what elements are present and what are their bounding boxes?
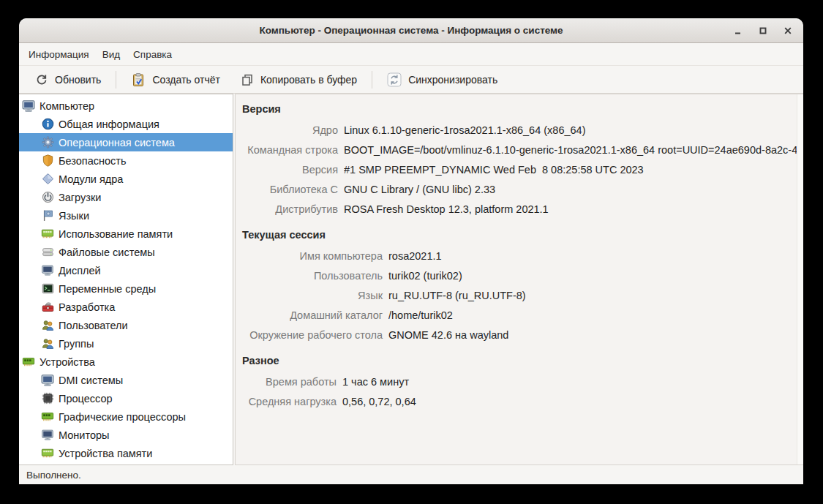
info-row-label: Библиотека C bbox=[242, 184, 338, 195]
maximize-icon bbox=[757, 25, 769, 37]
info-section: РазноеВремя работы1 час 6 минутСредняя н… bbox=[242, 353, 803, 411]
synchronize-button[interactable]: Синхронизировать bbox=[377, 69, 508, 91]
info-row[interactable]: Пользовательturik02 (turik02) bbox=[242, 266, 803, 285]
info-row-value: turik02 (turik02) bbox=[388, 270, 803, 282]
sidebar-item-display[interactable]: Дисплей bbox=[19, 261, 233, 279]
minimize-button[interactable] bbox=[730, 23, 746, 39]
info-row-label: Домашний каталог bbox=[242, 309, 383, 321]
section-title: Версия bbox=[242, 102, 803, 116]
toolbar: ОбновитьСоздать отчётКопировать в буферС… bbox=[19, 66, 803, 94]
toolbar-button-label: Создать отчёт bbox=[152, 74, 219, 86]
app-window: Компьютер - Операционная система - Инфор… bbox=[19, 18, 803, 484]
statusbar: Выполнено. bbox=[19, 465, 803, 484]
toolbar-button-label: Обновить bbox=[55, 74, 101, 86]
titlebar[interactable]: Компьютер - Операционная система - Инфор… bbox=[19, 18, 803, 43]
sidebar-item-label: Операционная система bbox=[59, 137, 175, 148]
maximize-button[interactable] bbox=[755, 23, 771, 39]
minimize-icon bbox=[732, 25, 744, 37]
info-row-label: Версия bbox=[242, 164, 338, 176]
toolbar-button-label: Синхронизировать bbox=[408, 74, 497, 86]
info-row-label: Дистрибутив bbox=[242, 203, 338, 215]
sidebar-item-operating-system[interactable]: Операционная система bbox=[19, 133, 233, 151]
copy-to-clipboard-button[interactable]: Копировать в буфер bbox=[230, 69, 367, 91]
info-section: Текущая сессияИмя компьютераrosa2021.1По… bbox=[242, 227, 803, 345]
sidebar-item-label: Модули ядра bbox=[59, 173, 123, 185]
menu-item-help[interactable]: Справка bbox=[127, 44, 178, 65]
info-row-value: BOOT_IMAGE=/boot/vmlinuz-6.1.10-generic-… bbox=[344, 144, 803, 156]
card-icon bbox=[21, 356, 36, 369]
info-row-label: Язык bbox=[242, 290, 383, 301]
sidebar-item-users[interactable]: Пользователи bbox=[19, 316, 233, 334]
sidebar-item-processor[interactable]: Процессор bbox=[19, 389, 233, 407]
toolbar-separator bbox=[372, 71, 372, 89]
sidebar-item-monitors[interactable]: Мониторы bbox=[19, 426, 233, 444]
sidebar-item-environment-variables[interactable]: Переменные среды bbox=[19, 279, 233, 298]
sidebar-item-memory-usage[interactable]: Использование памяти bbox=[19, 225, 233, 243]
sidebar-item-devices[interactable]: Устройства bbox=[19, 353, 233, 371]
sidebar-item-kernel-modules[interactable]: Модули ядра bbox=[19, 170, 233, 188]
info-row-value: ru_RU.UTF-8 (ru_RU.UTF-8) bbox=[388, 290, 803, 301]
power-icon bbox=[40, 191, 55, 204]
sidebar-item-summary[interactable]: Общая информация bbox=[19, 115, 233, 133]
sidebar-item-computer[interactable]: Компьютер bbox=[19, 97, 233, 115]
toolbox-icon bbox=[40, 301, 55, 314]
sidebar-item-label: Использование памяти bbox=[59, 228, 173, 240]
info-row-value: GNOME 42.6 на wayland bbox=[388, 329, 803, 341]
generate-report-button[interactable]: Создать отчёт bbox=[121, 69, 230, 91]
info-row-value: Linux 6.1.10-generic-1rosa2021.1-x86_64 … bbox=[344, 124, 803, 136]
info-row[interactable]: Имя компьютераrosa2021.1 bbox=[242, 246, 803, 266]
info-row[interactable]: Командная строкаBOOT_IMAGE=/boot/vmlinuz… bbox=[242, 140, 803, 159]
close-icon bbox=[782, 25, 794, 37]
info-row-value: 1 час 6 минут bbox=[342, 376, 803, 388]
info-row[interactable]: Время работы1 час 6 минут bbox=[242, 372, 803, 391]
sidebar-item-boots[interactable]: Загрузки bbox=[19, 188, 233, 206]
sidebar-item-label: Загрузки bbox=[59, 192, 101, 203]
info-row-label: Средняя нагрузка bbox=[242, 396, 337, 407]
info-row[interactable]: Домашний каталог/home/turik02 bbox=[242, 305, 803, 325]
info-row[interactable]: Языкru_RU.UTF-8 (ru_RU.UTF-8) bbox=[242, 285, 803, 305]
info-row-value: /home/turik02 bbox=[388, 309, 803, 321]
display-icon bbox=[40, 429, 55, 442]
toolbar-button-label: Копировать в буфер bbox=[260, 74, 357, 86]
sidebar-item-languages[interactable]: Языки bbox=[19, 206, 233, 225]
display-icon bbox=[40, 264, 55, 277]
shield-icon bbox=[40, 154, 55, 168]
scrollbar[interactable] bbox=[797, 94, 803, 464]
sidebar-item-label: Разработка bbox=[59, 301, 115, 313]
info-row-label: Ядро bbox=[242, 124, 338, 136]
info-row[interactable]: ДистрибутивROSA Fresh Desktop 12.3, plat… bbox=[242, 199, 803, 219]
sidebar-item-label: Файловые системы bbox=[59, 247, 155, 258]
sidebar-item-graphics-processors[interactable]: Графические процессоры bbox=[19, 407, 233, 426]
info-row-value: rosa2021.1 bbox=[388, 250, 803, 262]
info-row[interactable]: ЯдроLinux 6.1.10-generic-1rosa2021.1-x86… bbox=[242, 120, 803, 140]
sidebar-item-development[interactable]: Разработка bbox=[19, 298, 233, 316]
menu-item-information[interactable]: Информация bbox=[22, 44, 96, 65]
info-row-label: Пользователь bbox=[242, 270, 383, 282]
sidebar-item-dmi-system[interactable]: DMI системы bbox=[19, 371, 233, 389]
sidebar-item-filesystems[interactable]: Файловые системы bbox=[19, 243, 233, 261]
computer-icon bbox=[21, 99, 36, 113]
computer-icon bbox=[40, 374, 55, 387]
sidebar-item-security[interactable]: Безопасность bbox=[19, 151, 233, 170]
sidebar-item-groups[interactable]: Группы bbox=[19, 334, 233, 353]
refresh-button[interactable]: Обновить bbox=[25, 69, 111, 91]
section-title: Разное bbox=[242, 353, 803, 368]
info-row[interactable]: Средняя нагрузка0,56, 0,72, 0,64 bbox=[242, 391, 803, 411]
info-row-value: GNU C Library / (GNU libc) 2.33 bbox=[344, 184, 803, 195]
info-row[interactable]: Библиотека CGNU C Library / (GNU libc) 2… bbox=[242, 179, 803, 199]
status-text: Выполнено. bbox=[26, 470, 81, 481]
sidebar-item-label: DMI системы bbox=[59, 375, 123, 386]
info-row[interactable]: Версия#1 SMP PREEMPT_DYNAMIC Wed Feb 8 0… bbox=[242, 159, 803, 179]
sidebar-item-label: Переменные среды bbox=[59, 283, 156, 295]
info-section: ВерсияЯдроLinux 6.1.10-generic-1rosa2021… bbox=[242, 102, 803, 219]
report-icon bbox=[131, 72, 146, 87]
info-panel: ВерсияЯдроLinux 6.1.10-generic-1rosa2021… bbox=[235, 94, 803, 465]
menu-item-view[interactable]: Вид bbox=[96, 44, 127, 65]
window-controls bbox=[730, 18, 796, 42]
info-row-label: Время работы bbox=[242, 376, 337, 388]
info-row[interactable]: Окружение рабочего столаGNOME 42.6 на wa… bbox=[242, 325, 803, 345]
sidebar-item-memory-devices[interactable]: Устройства памяти bbox=[19, 444, 233, 462]
close-button[interactable] bbox=[780, 23, 796, 39]
memory-icon bbox=[40, 227, 55, 241]
drive-icon bbox=[40, 246, 55, 259]
